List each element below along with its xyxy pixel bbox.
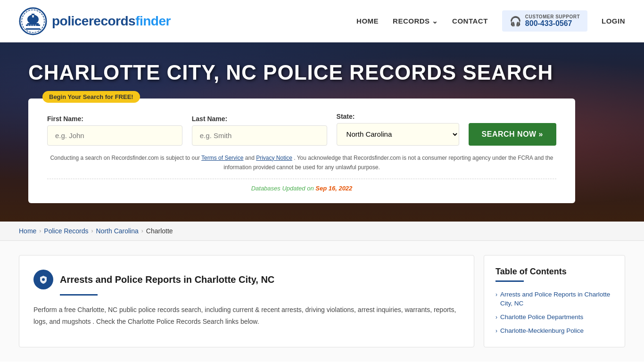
logo[interactable]: policerecordsfinder xyxy=(19,7,171,35)
section-header: Arrests and Police Reports in Charlotte … xyxy=(33,270,460,289)
chevron-down-icon: ⌄ xyxy=(432,17,438,25)
badge-icon xyxy=(33,270,53,289)
privacy-link[interactable]: Privacy Notice xyxy=(256,155,292,161)
breadcrumb-current: Charlotte xyxy=(146,227,173,235)
content-left: Arrests and Police Reports in Charlotte … xyxy=(19,255,474,347)
main-nav: HOME RECORDS ⌄ CONTACT 🎧 CUSTOMER SUPPOR… xyxy=(356,10,625,32)
toc-arrow-icon-1: › xyxy=(495,291,497,298)
db-updated: Databases Updated on Sep 16, 2022 xyxy=(47,179,556,192)
breadcrumb-police-records[interactable]: Police Records xyxy=(44,227,88,235)
first-name-label: First Name: xyxy=(47,115,182,123)
hero-section: CHARLOTTE CITY, NC POLICE RECORDS SEARCH… xyxy=(0,42,644,222)
svg-rect-3 xyxy=(27,23,39,25)
svg-rect-9 xyxy=(26,28,40,30)
login-button[interactable]: LOGIN xyxy=(602,17,625,25)
svg-rect-11 xyxy=(32,14,34,15)
breadcrumb-state[interactable]: North Carolina xyxy=(96,227,139,235)
svg-rect-7 xyxy=(33,25,34,28)
support-number: 800-433-0567 xyxy=(525,19,580,28)
last-name-field: Last Name: xyxy=(192,115,327,146)
customer-support-box: 🎧 CUSTOMER SUPPORT 800-433-0567 xyxy=(502,10,587,32)
site-header: policerecordsfinder HOME RECORDS ⌄ CONTA… xyxy=(0,0,644,42)
toc-link-2[interactable]: Charlotte Police Departments xyxy=(500,313,583,322)
shield-star-icon xyxy=(39,275,48,284)
svg-point-12 xyxy=(42,278,45,281)
first-name-field: First Name: xyxy=(47,115,182,146)
list-item: › Charlotte-Mecklenburg Police xyxy=(495,327,613,336)
logo-icon xyxy=(19,7,47,35)
hero-title: CHARLOTTE CITY, NC POLICE RECORDS SEARCH xyxy=(28,61,616,84)
toc-list: › Arrests and Police Reports in Charlott… xyxy=(495,290,613,336)
breadcrumb-sep-1: › xyxy=(39,228,41,234)
toc-link-1[interactable]: Arrests and Police Reports in Charlotte … xyxy=(500,290,613,308)
nav-records[interactable]: RECORDS ⌄ xyxy=(393,17,438,25)
toc-divider xyxy=(495,280,524,282)
search-form-row: First Name: Last Name: State: North Caro… xyxy=(47,113,556,146)
breadcrumb-sep-3: › xyxy=(141,228,143,234)
search-badge: Begin Your Search for FREE! xyxy=(42,91,140,103)
logo-text: policerecordsfinder xyxy=(52,14,171,29)
support-label: CUSTOMER SUPPORT xyxy=(525,14,580,19)
list-item: › Charlotte Police Departments xyxy=(495,313,613,322)
breadcrumb-home[interactable]: Home xyxy=(19,227,36,235)
nav-home[interactable]: HOME xyxy=(356,17,379,25)
main-content: Arrests and Police Reports in Charlotte … xyxy=(0,241,644,362)
db-date: Sep 16, 2022 xyxy=(315,185,352,192)
db-label: Databases Updated on xyxy=(251,185,314,192)
toc-arrow-icon-2: › xyxy=(495,314,497,321)
headset-icon: 🎧 xyxy=(510,16,521,27)
content-right: Table of Contents › Arrests and Police R… xyxy=(484,255,625,347)
terms-link[interactable]: Terms of Service xyxy=(201,155,243,161)
svg-rect-5 xyxy=(28,25,29,28)
section-body: Perform a free Charlotte, NC public poli… xyxy=(33,304,460,327)
svg-rect-6 xyxy=(30,25,32,28)
legal-text: Conducting a search on Recordsfinder.com… xyxy=(47,153,556,173)
toc-arrow-icon-3: › xyxy=(495,328,497,334)
section-divider xyxy=(60,294,98,296)
first-name-input[interactable] xyxy=(47,125,182,146)
state-field: State: North Carolina xyxy=(337,113,459,146)
state-label: State: xyxy=(337,113,459,120)
toc-link-3[interactable]: Charlotte-Mecklenburg Police xyxy=(500,327,584,336)
last-name-input[interactable] xyxy=(192,125,327,146)
list-item: › Arrests and Police Reports in Charlott… xyxy=(495,290,613,308)
state-select[interactable]: North Carolina xyxy=(337,123,459,146)
section-title: Arrests and Police Reports in Charlotte … xyxy=(60,274,274,285)
search-card: Begin Your Search for FREE! First Name: … xyxy=(28,99,575,204)
toc-title: Table of Contents xyxy=(495,267,613,277)
svg-rect-8 xyxy=(35,25,36,28)
last-name-label: Last Name: xyxy=(192,115,327,123)
search-button[interactable]: SEARCH NOW » xyxy=(469,123,556,146)
nav-contact[interactable]: CONTACT xyxy=(452,17,488,25)
breadcrumb: Home › Police Records › North Carolina ›… xyxy=(0,222,644,241)
breadcrumb-sep-2: › xyxy=(91,228,93,234)
